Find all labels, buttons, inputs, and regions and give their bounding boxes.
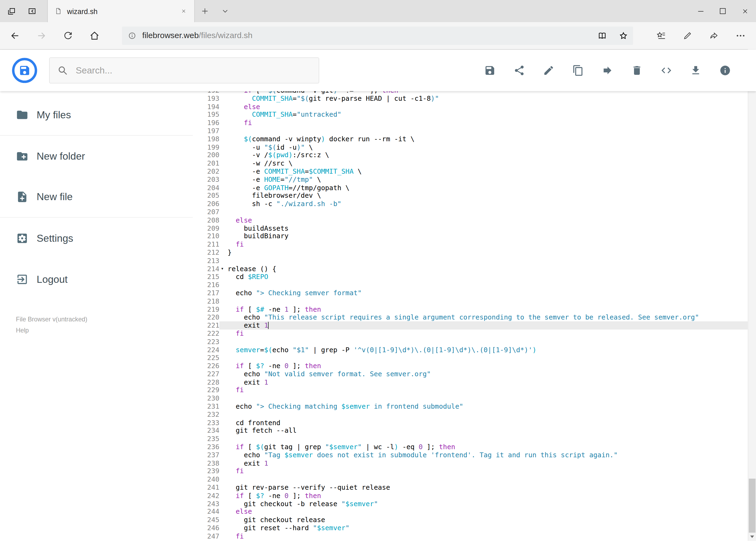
share-button-browser[interactable] [701,25,727,47]
code-text: filebrowser/dev \ [227,192,748,200]
code-line: 230 [193,394,748,402]
code-text [227,394,748,402]
code-line: 197 [193,127,748,135]
sidebar-item-my-files[interactable]: My files [0,95,193,136]
minimize-icon [698,11,703,11]
back-button[interactable] [1,25,28,47]
sidebar-item-label: New file [37,191,73,203]
code-text: if [ $(git tag | grep "$semver" | wc -l)… [227,443,748,451]
url-host: filebrowser.web [142,31,199,40]
line-number: 197 [193,127,219,135]
raw-code-button[interactable] [660,65,672,76]
code-text: -e GOPATH=//tmp/gopath \ [227,184,748,192]
web-note-button[interactable] [674,25,700,47]
forward-button[interactable] [28,25,55,47]
line-number: 220 [193,313,219,321]
move-icon [602,65,613,76]
vertical-scrollbar[interactable] [748,49,756,541]
code-line: 217 echo "> Checking semver format" [193,289,748,297]
code-text: git reset --hard "$semver" [227,524,748,532]
line-number: 206 [193,200,219,208]
favorite-button[interactable] [619,31,629,41]
window-controls [689,0,756,22]
code-line: 223 [193,337,748,346]
tab-preview-button[interactable] [215,0,235,22]
set-tabs-aside-icon [28,6,37,16]
code-text: fi [227,386,748,394]
more-icon [735,31,745,41]
line-number: 205 [193,192,219,200]
line-number: 199 [193,143,219,151]
code-text [227,337,748,346]
app-header [0,50,756,91]
line-number: 214 [193,265,219,273]
filebrowser-logo[interactable] [12,58,38,84]
fold-marker-icon[interactable]: ▾ [219,265,227,273]
move-button[interactable] [602,65,613,76]
sidebar-item-logout[interactable]: Logout [0,259,193,299]
refresh-icon [63,31,73,41]
set-tabs-aside-button[interactable] [28,6,37,16]
line-number: 236 [193,443,219,451]
line-number: 203 [193,176,219,184]
line-number: 196 [193,119,219,127]
maximize-button[interactable] [712,0,734,22]
line-number: 195 [193,111,219,119]
code-text: else [227,103,748,111]
line-number: 246 [193,524,219,532]
home-icon [89,31,100,41]
new-tab-button[interactable] [195,0,215,22]
search-input[interactable] [75,65,311,76]
code-text: COMMIT_SHA="untracked" [227,111,748,119]
close-window-button[interactable] [734,0,756,22]
save-button[interactable] [484,65,496,76]
hub-button[interactable] [647,25,674,47]
download-button[interactable] [690,65,701,76]
line-number: 233 [193,419,219,427]
sidebar-item-settings[interactable]: Settings [0,218,193,259]
code-editor[interactable]: 192 if [ "$(command -v git)" != "" ]; th… [193,91,748,541]
delete-button[interactable] [631,65,642,76]
code-text: COMMIT_SHA="$(git rev-parse HEAD | cut -… [227,95,748,103]
line-number: 201 [193,159,219,168]
sidebar-nav: My filesNew folderNew fileSettingsLogout [0,95,193,299]
code-line: 244 else [193,508,748,516]
refresh-button[interactable] [55,25,81,47]
share-button[interactable] [513,65,525,76]
code-text: fi [227,329,748,337]
code-text: fi [227,241,748,249]
sidebar-item-new-file[interactable]: New file [0,177,193,218]
code-line: 245 git checkout release [193,516,748,524]
code-line: 236 if [ $(git tag | grep "$semver" | wc… [193,443,748,451]
app-version: File Browser v(untracked) [16,315,88,323]
search-box[interactable] [49,58,319,84]
tabs-you-set-aside-button[interactable] [7,6,16,16]
scroll-down-button[interactable] [748,533,756,541]
scrollbar-thumb[interactable] [749,479,755,533]
help-link[interactable]: Help [16,326,88,334]
code-text: cd frontend [227,419,748,427]
edit-button[interactable] [543,65,554,76]
line-number: 193 [193,95,219,103]
more-button[interactable] [727,25,754,47]
code-line: 193 COMMIT_SHA="$(git rev-parse HEAD | c… [193,95,748,103]
minimize-button[interactable] [689,0,711,22]
code-line: 219 if [ $# -ne 1 ]; then [193,305,748,313]
copy-button[interactable] [572,65,584,76]
info-button[interactable] [719,65,731,76]
home-button[interactable] [81,25,108,47]
code-line: 231 echo "> Checking matching $semver in… [193,402,748,410]
code-line: 246 git reset --hard "$semver" [193,524,748,532]
line-number: 192 [193,91,219,95]
browser-tab[interactable]: wizard.sh [47,0,195,22]
line-number: 222 [193,329,219,337]
line-number: 216 [193,281,219,289]
sidebar-item-new-folder[interactable]: New folder [0,136,193,177]
line-number: 231 [193,402,219,410]
site-info-icon[interactable] [127,31,136,40]
address-bar[interactable]: filebrowser.web/files/wizard.sh [122,26,633,45]
new-folder-icon [16,150,28,162]
favorite-star-icon [619,31,629,41]
reading-view-button[interactable] [597,31,607,41]
tab-close-button[interactable] [177,4,190,18]
